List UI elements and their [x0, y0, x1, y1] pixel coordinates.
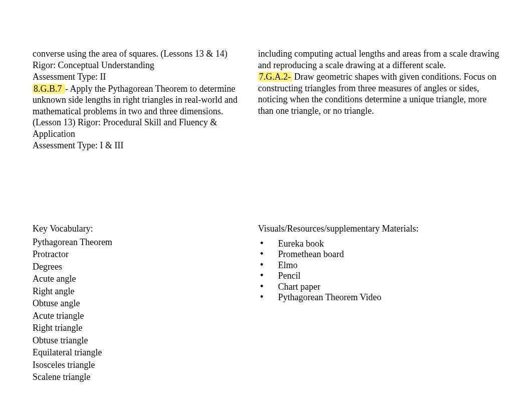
layout-table: converse using the area of squares. (Les…	[27, 46, 505, 386]
vocab-item: Equilateral triangle	[33, 347, 247, 358]
vocab-item: Isosceles triangle	[33, 359, 247, 371]
highlight-7ga2: 7.G.A.2-	[258, 72, 292, 82]
materials-item: Eureka book	[269, 239, 499, 250]
cell-vocabulary: Key Vocabulary: Pythagorean Theorem Prot…	[28, 221, 253, 386]
cell-standards-left: converse using the area of squares. (Les…	[28, 46, 253, 221]
cell-standards-right: including computing actual lengths and a…	[253, 46, 505, 221]
materials-item: Elmo	[269, 260, 499, 271]
highlight-8gb7: 8.G.B.7	[33, 84, 65, 94]
cell-materials: Visuals/Resources/supplementary Material…	[253, 221, 505, 386]
vocab-item: Protractor	[33, 249, 247, 260]
vocab-item: Obtuse triangle	[33, 335, 247, 346]
materials-item: Chart paper	[269, 282, 499, 293]
text-7ga2-body: Draw geometric shapes with given conditi…	[258, 72, 496, 116]
vocab-item: Acute triangle	[33, 310, 247, 322]
vocab-list: Pythagorean Theorem Protractor Degrees A…	[33, 237, 247, 383]
materials-item: Pythagorean Theorem Video	[269, 292, 499, 303]
vocab-item: Scalene triangle	[33, 371, 247, 383]
vocab-item: Degrees	[33, 261, 247, 273]
vocab-item: Right angle	[33, 286, 247, 297]
materials-item: Pencil	[269, 271, 499, 282]
text-standard-7ga2: 7.G.A.2- Draw geometric shapes with give…	[258, 71, 499, 116]
document-page: converse using the area of squares. (Les…	[0, 0, 532, 412]
vocab-item: Acute angle	[33, 273, 247, 285]
text-standard-8gb7: 8.G.B.7 - Apply the Pythagorean Theorem …	[33, 83, 247, 140]
text-assessment-type-1-3: Assessment Type: I & III	[33, 140, 247, 151]
vocab-item: Pythagorean Theorem	[33, 237, 247, 248]
vocab-item: Right triangle	[33, 322, 247, 334]
materials-item: Promethean board	[269, 249, 499, 260]
text-assessment-type-2: Assessment Type: II	[33, 71, 247, 83]
vocab-item: Obtuse angle	[33, 298, 247, 309]
text-lessons-rigor: converse using the area of squares. (Les…	[33, 48, 247, 71]
materials-title: Visuals/Resources/supplementary Material…	[258, 223, 499, 235]
materials-list: Eureka book Promethean board Elmo Pencil…	[258, 239, 499, 304]
vocab-title: Key Vocabulary:	[33, 223, 247, 235]
text-scale-drawing: including computing actual lengths and a…	[258, 48, 499, 71]
